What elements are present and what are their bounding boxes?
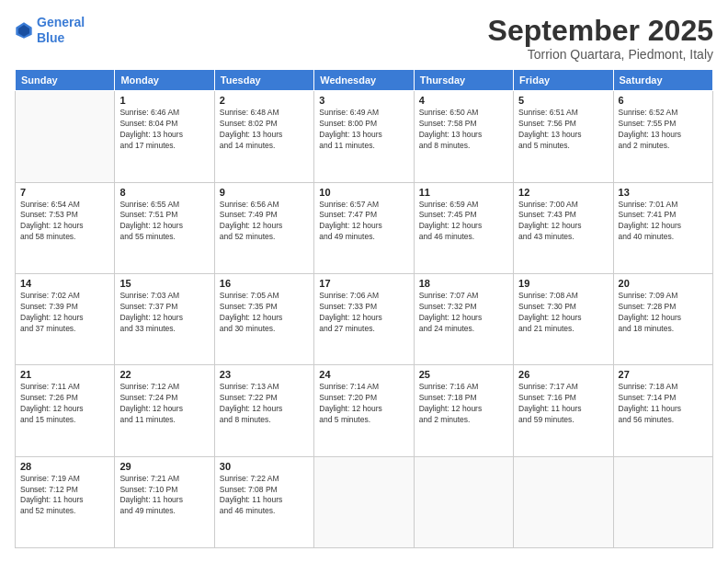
weekday-header-sunday: Sunday [16,70,115,91]
day-number: 18 [419,278,508,289]
day-info: Sunrise: 7:14 AM Sunset: 7:20 PM Dayligh… [319,382,408,426]
day-number: 1 [119,95,209,106]
day-info: Sunrise: 7:05 AM Sunset: 7:35 PM Dayligh… [220,291,309,335]
day-number: 22 [119,369,209,380]
page: General Blue September 2025 Torrion Quar… [0,0,728,563]
table-row: 24Sunrise: 7:14 AM Sunset: 7:20 PM Dayli… [314,365,414,456]
day-info: Sunrise: 7:19 AM Sunset: 7:12 PM Dayligh… [20,474,109,518]
day-number: 26 [518,369,608,380]
weekday-header-friday: Friday [514,70,613,91]
table-row: 19Sunrise: 7:08 AM Sunset: 7:30 PM Dayli… [514,273,613,364]
table-row: 20Sunrise: 7:09 AM Sunset: 7:28 PM Dayli… [613,273,712,364]
day-info: Sunrise: 7:18 AM Sunset: 7:14 PM Dayligh… [619,382,708,426]
table-row: 1Sunrise: 6:46 AM Sunset: 8:04 PM Daylig… [115,91,214,182]
day-info: Sunrise: 7:17 AM Sunset: 7:16 PM Dayligh… [518,382,608,426]
day-number: 6 [619,95,708,106]
day-info: Sunrise: 6:56 AM Sunset: 7:49 PM Dayligh… [220,200,309,244]
table-row: 25Sunrise: 7:16 AM Sunset: 7:18 PM Dayli… [414,365,513,456]
day-number: 14 [20,278,109,289]
day-number: 17 [319,278,408,289]
day-info: Sunrise: 6:50 AM Sunset: 7:58 PM Dayligh… [419,108,508,152]
month-title: September 2025 [488,15,713,47]
day-info: Sunrise: 7:09 AM Sunset: 7:28 PM Dayligh… [619,291,708,335]
table-row: 16Sunrise: 7:05 AM Sunset: 7:35 PM Dayli… [214,273,313,364]
day-number: 21 [20,369,109,380]
table-row: 23Sunrise: 7:13 AM Sunset: 7:22 PM Dayli… [214,365,313,456]
weekday-header-wednesday: Wednesday [314,70,414,91]
day-number: 5 [518,95,608,106]
day-info: Sunrise: 7:07 AM Sunset: 7:32 PM Dayligh… [419,291,508,335]
day-info: Sunrise: 6:49 AM Sunset: 8:00 PM Dayligh… [319,108,408,152]
day-number: 11 [419,187,508,198]
day-number: 23 [220,369,309,380]
weekday-header-tuesday: Tuesday [214,70,313,91]
title-block: September 2025 Torrion Quartara, Piedmon… [488,15,713,62]
day-info: Sunrise: 7:13 AM Sunset: 7:22 PM Dayligh… [220,382,309,426]
day-number: 25 [419,369,508,380]
day-info: Sunrise: 6:48 AM Sunset: 8:02 PM Dayligh… [220,108,309,152]
day-info: Sunrise: 6:46 AM Sunset: 8:04 PM Dayligh… [119,108,209,152]
table-row: 26Sunrise: 7:17 AM Sunset: 7:16 PM Dayli… [514,365,613,456]
day-number: 10 [319,187,408,198]
day-number: 9 [220,187,309,198]
week-row-4: 21Sunrise: 7:11 AM Sunset: 7:26 PM Dayli… [16,365,713,456]
day-info: Sunrise: 6:57 AM Sunset: 7:47 PM Dayligh… [319,200,408,244]
day-info: Sunrise: 7:06 AM Sunset: 7:33 PM Dayligh… [319,291,408,335]
table-row [414,456,513,547]
weekday-header-thursday: Thursday [414,70,513,91]
table-row: 30Sunrise: 7:22 AM Sunset: 7:08 PM Dayli… [214,456,313,547]
logo: General Blue [15,15,85,46]
table-row: 5Sunrise: 6:51 AM Sunset: 7:56 PM Daylig… [514,91,613,182]
day-info: Sunrise: 7:02 AM Sunset: 7:39 PM Dayligh… [20,291,109,335]
table-row: 7Sunrise: 6:54 AM Sunset: 7:53 PM Daylig… [16,182,115,273]
table-row: 27Sunrise: 7:18 AM Sunset: 7:14 PM Dayli… [613,365,712,456]
day-number: 27 [619,369,708,380]
day-number: 24 [319,369,408,380]
day-info: Sunrise: 7:03 AM Sunset: 7:37 PM Dayligh… [119,291,209,335]
day-info: Sunrise: 7:08 AM Sunset: 7:30 PM Dayligh… [518,291,608,335]
table-row: 18Sunrise: 7:07 AM Sunset: 7:32 PM Dayli… [414,273,513,364]
day-info: Sunrise: 6:59 AM Sunset: 7:45 PM Dayligh… [419,200,508,244]
table-row: 17Sunrise: 7:06 AM Sunset: 7:33 PM Dayli… [314,273,414,364]
week-row-2: 7Sunrise: 6:54 AM Sunset: 7:53 PM Daylig… [16,182,713,273]
day-info: Sunrise: 6:52 AM Sunset: 7:55 PM Dayligh… [619,108,708,152]
week-row-5: 28Sunrise: 7:19 AM Sunset: 7:12 PM Dayli… [16,456,713,547]
logo-general: General [37,15,85,29]
logo-icon [15,21,33,40]
calendar-table: SundayMondayTuesdayWednesdayThursdayFrid… [15,69,713,548]
header: General Blue September 2025 Torrion Quar… [15,15,713,62]
table-row: 14Sunrise: 7:02 AM Sunset: 7:39 PM Dayli… [16,273,115,364]
weekday-header-saturday: Saturday [613,70,712,91]
table-row: 22Sunrise: 7:12 AM Sunset: 7:24 PM Dayli… [115,365,214,456]
table-row: 4Sunrise: 6:50 AM Sunset: 7:58 PM Daylig… [414,91,513,182]
table-row: 2Sunrise: 6:48 AM Sunset: 8:02 PM Daylig… [214,91,313,182]
logo-blue: Blue [37,30,64,45]
table-row: 12Sunrise: 7:00 AM Sunset: 7:43 PM Dayli… [514,182,613,273]
table-row: 9Sunrise: 6:56 AM Sunset: 7:49 PM Daylig… [214,182,313,273]
day-number: 8 [119,187,209,198]
day-info: Sunrise: 6:51 AM Sunset: 7:56 PM Dayligh… [518,108,608,152]
weekday-header-row: SundayMondayTuesdayWednesdayThursdayFrid… [16,70,713,91]
day-info: Sunrise: 7:01 AM Sunset: 7:41 PM Dayligh… [619,200,708,244]
day-info: Sunrise: 7:22 AM Sunset: 7:08 PM Dayligh… [220,474,309,518]
table-row: 8Sunrise: 6:55 AM Sunset: 7:51 PM Daylig… [115,182,214,273]
week-row-1: 1Sunrise: 6:46 AM Sunset: 8:04 PM Daylig… [16,91,713,182]
table-row [16,91,115,182]
table-row [314,456,414,547]
day-number: 15 [119,278,209,289]
week-row-3: 14Sunrise: 7:02 AM Sunset: 7:39 PM Dayli… [16,273,713,364]
table-row [613,456,712,547]
day-number: 19 [518,278,608,289]
table-row: 29Sunrise: 7:21 AM Sunset: 7:10 PM Dayli… [115,456,214,547]
day-number: 12 [518,187,608,198]
weekday-header-monday: Monday [115,70,214,91]
day-number: 28 [20,461,109,472]
day-info: Sunrise: 7:21 AM Sunset: 7:10 PM Dayligh… [119,474,209,518]
table-row: 3Sunrise: 6:49 AM Sunset: 8:00 PM Daylig… [314,91,414,182]
day-number: 30 [220,461,309,472]
day-info: Sunrise: 7:00 AM Sunset: 7:43 PM Dayligh… [518,200,608,244]
day-info: Sunrise: 6:55 AM Sunset: 7:51 PM Dayligh… [119,200,209,244]
day-number: 7 [20,187,109,198]
day-number: 29 [119,461,209,472]
day-number: 20 [619,278,708,289]
